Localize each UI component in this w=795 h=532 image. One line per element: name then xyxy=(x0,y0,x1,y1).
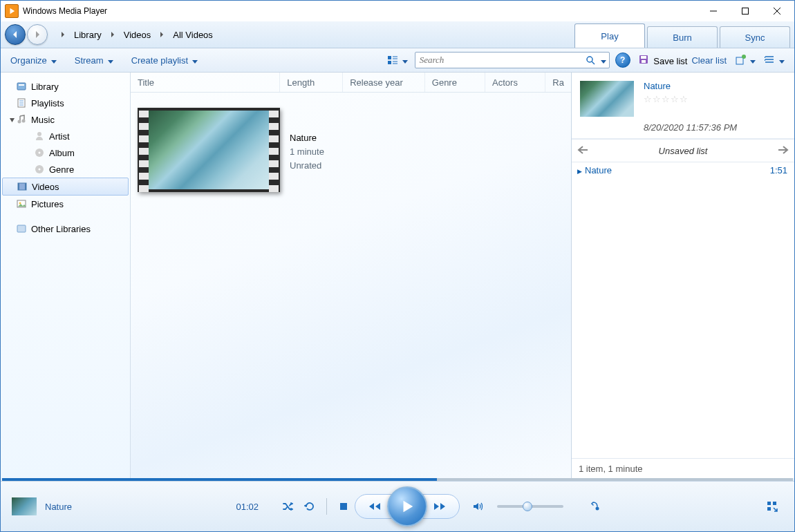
save-list-button[interactable]: Save list xyxy=(639,55,688,66)
col-title[interactable]: Title xyxy=(131,73,280,92)
import-icon xyxy=(735,55,746,66)
collapse-icon[interactable] xyxy=(8,117,16,123)
chevron-down-icon xyxy=(779,55,785,66)
svg-rect-0 xyxy=(742,8,749,15)
view-tiles-icon xyxy=(387,55,398,66)
content-area: Title Length Release year Genre Actors R… xyxy=(131,73,571,478)
sidebar-item-music[interactable]: Music xyxy=(2,111,129,128)
rating-stars[interactable]: ☆☆☆☆☆ xyxy=(644,94,737,104)
svg-rect-24 xyxy=(17,225,26,232)
svg-point-26 xyxy=(596,507,599,511)
sidebar-item-library[interactable]: Library xyxy=(2,78,129,95)
videos-icon xyxy=(17,181,28,192)
chevron-right-icon xyxy=(110,30,115,40)
back-button[interactable] xyxy=(5,24,26,45)
play-button[interactable] xyxy=(387,486,427,526)
import-button[interactable] xyxy=(731,52,760,68)
playlist-name: Unsaved list xyxy=(659,146,708,156)
breadcrumb-videos[interactable]: Videos xyxy=(121,28,154,41)
svg-point-3 xyxy=(587,57,592,62)
search-input[interactable] xyxy=(415,55,583,66)
video-rating: Unrated xyxy=(290,159,324,173)
playlists-icon xyxy=(16,97,27,108)
now-playing-title[interactable]: Nature xyxy=(644,81,737,91)
repeat-button[interactable] xyxy=(299,495,321,517)
chevron-down-icon xyxy=(402,55,408,66)
sidebar-item-pictures[interactable]: Pictures xyxy=(2,196,129,212)
create-playlist-menu[interactable]: Create playlist xyxy=(127,53,202,68)
genre-icon xyxy=(34,164,45,175)
svg-rect-7 xyxy=(736,57,743,64)
sidebar-item-genre[interactable]: Genre xyxy=(2,161,129,178)
breadcrumb-all-videos[interactable]: All Videos xyxy=(170,28,216,41)
svg-rect-5 xyxy=(641,56,646,59)
volume-slider[interactable] xyxy=(497,505,563,508)
list-icon xyxy=(764,55,775,66)
forward-button[interactable] xyxy=(27,24,48,45)
tab-play[interactable]: Play xyxy=(574,23,645,48)
search-icon[interactable] xyxy=(583,55,598,65)
tab-burn[interactable]: Burn xyxy=(647,26,718,48)
sidebar-item-other-libraries[interactable]: Other Libraries xyxy=(2,220,129,237)
list-options-button[interactable] xyxy=(760,52,789,68)
window-title: Windows Media Player xyxy=(23,6,698,16)
chevron-down-icon xyxy=(51,55,57,66)
col-actors[interactable]: Actors xyxy=(485,73,545,92)
svg-rect-21 xyxy=(25,183,26,190)
stop-button[interactable] xyxy=(333,495,355,517)
search-options-dropdown[interactable] xyxy=(601,55,606,66)
sidebar-item-album[interactable]: Album xyxy=(2,144,129,161)
mute-button[interactable] xyxy=(467,495,489,517)
playlist-header: Unsaved list xyxy=(572,139,794,162)
svg-rect-10 xyxy=(19,84,24,86)
svg-point-13 xyxy=(22,120,26,123)
col-length[interactable]: Length xyxy=(280,73,343,92)
column-headers: Title Length Release year Genre Actors R… xyxy=(131,73,571,93)
help-button[interactable]: ? xyxy=(615,53,630,68)
sidebar-item-videos[interactable]: Videos xyxy=(2,178,129,196)
svg-point-12 xyxy=(18,120,21,124)
artist-icon xyxy=(34,131,45,142)
maximize-button[interactable] xyxy=(729,1,761,21)
video-title: Nature xyxy=(290,131,324,145)
svg-point-23 xyxy=(19,202,21,205)
search-box[interactable] xyxy=(415,52,610,68)
video-thumbnail[interactable] xyxy=(138,108,280,192)
col-genre[interactable]: Genre xyxy=(425,73,485,92)
svg-point-16 xyxy=(39,152,41,154)
wmp-logo-icon xyxy=(5,4,19,18)
sidebar-item-playlists[interactable]: Playlists xyxy=(2,95,129,111)
playlist-item-length: 1:51 xyxy=(770,165,787,175)
save-icon xyxy=(639,55,648,64)
col-release-year[interactable]: Release year xyxy=(343,73,425,92)
sidebar-item-artist[interactable]: Artist xyxy=(2,128,129,144)
pictures-icon xyxy=(16,198,27,209)
next-button[interactable] xyxy=(423,496,456,517)
svg-rect-29 xyxy=(767,507,771,511)
stream-menu[interactable]: Stream xyxy=(71,53,118,68)
previous-button[interactable] xyxy=(358,496,391,517)
tab-sync[interactable]: Sync xyxy=(720,26,790,48)
now-playing-button[interactable] xyxy=(584,495,606,517)
shuffle-button[interactable] xyxy=(277,495,299,517)
organize-menu[interactable]: Organize xyxy=(6,53,61,68)
view-options-button[interactable] xyxy=(383,52,412,68)
prev-list-button[interactable] xyxy=(577,146,588,156)
breadcrumb-library[interactable]: Library xyxy=(71,28,104,41)
close-button[interactable] xyxy=(761,1,793,21)
now-playing-thumbnail[interactable] xyxy=(580,81,634,117)
svg-rect-25 xyxy=(340,503,347,510)
volume-knob[interactable] xyxy=(523,502,532,511)
switch-view-button[interactable] xyxy=(761,495,783,517)
player-thumbnail[interactable] xyxy=(12,497,37,515)
clear-list-button[interactable]: Clear list xyxy=(687,53,731,68)
col-rating[interactable]: Ra xyxy=(545,73,571,92)
playlist-item-marker-icon: ▶ xyxy=(577,168,582,175)
toolbar: Organize Stream Create playlist ? Save l… xyxy=(1,48,794,73)
svg-rect-27 xyxy=(767,502,771,505)
minimize-button[interactable] xyxy=(698,1,729,21)
svg-point-18 xyxy=(39,169,41,171)
next-list-button[interactable] xyxy=(778,146,789,156)
svg-rect-1 xyxy=(388,56,391,59)
playlist-item[interactable]: ▶Nature 1:51 xyxy=(572,162,794,178)
